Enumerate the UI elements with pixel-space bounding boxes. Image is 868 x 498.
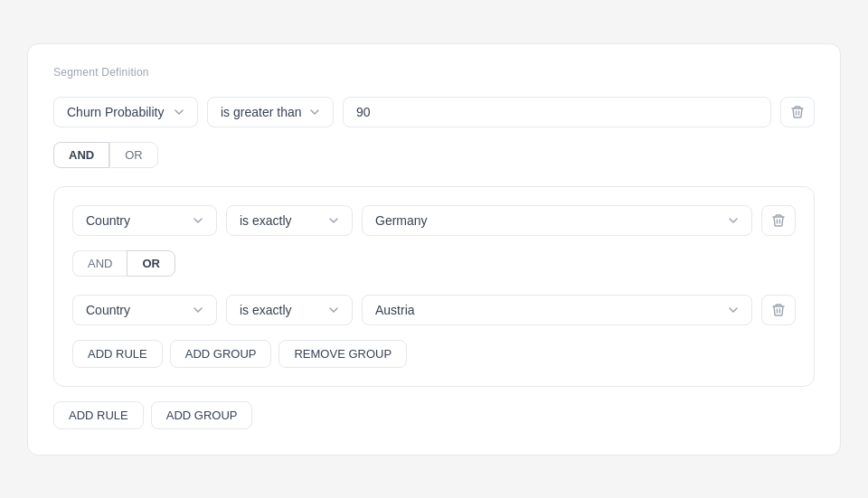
or-button-1[interactable]: OR [109,142,158,168]
trash-icon [771,303,786,317]
group-rule-row-1: Country is exactly Germany [72,205,796,236]
group-operator-label-1: is exactly [240,213,292,228]
trash-icon [771,213,786,228]
chevron-down-icon [728,215,739,226]
group-operator-dropdown-1[interactable]: is exactly [226,205,353,236]
group-field-dropdown-2[interactable]: Country [72,295,217,325]
chevron-down-icon [328,215,339,226]
remove-group-button[interactable]: REMOVE GROUP [278,340,407,368]
and-button-1[interactable]: AND [53,142,109,168]
segment-definition-card: Segment Definition Churn Probability is … [27,43,841,456]
chevron-down-icon [728,305,739,315]
operator-dropdown-1[interactable]: is greater than [207,97,334,127]
group-value-dropdown-1[interactable]: Germany [362,205,752,236]
group-field-label-1: Country [86,213,130,228]
group-add-group-button[interactable]: ADD GROUP [170,340,272,368]
group-and-button[interactable]: AND [72,250,127,277]
group-or-button[interactable]: OR [127,250,175,277]
group-operator-label-2: is exactly [240,303,292,317]
delete-rule-1-button[interactable] [780,97,815,127]
add-group-button[interactable]: ADD GROUP [151,401,253,429]
chevron-down-icon [193,305,203,315]
operator-label-1: is greater than [221,105,302,119]
value-input-1[interactable] [343,97,771,127]
bottom-action-row: ADD RULE ADD GROUP [53,401,815,429]
field-dropdown-1[interactable]: Churn Probability [53,97,198,127]
group-operator-dropdown-2[interactable]: is exactly [226,295,353,325]
rule-row-1: Churn Probability is greater than [53,97,815,127]
group-field-dropdown-1[interactable]: Country [72,205,217,236]
group-value-label-1: Germany [375,213,428,228]
trash-icon [790,105,805,119]
add-rule-button[interactable]: ADD RULE [53,401,144,429]
group-logic-row: AND OR [72,250,796,277]
group-add-rule-button[interactable]: ADD RULE [72,340,163,368]
field-label-1: Churn Probability [67,105,164,119]
section-title: Segment Definition [53,66,815,79]
inner-group-card: Country is exactly Germany [53,186,815,387]
delete-group-rule-1-button[interactable] [761,205,796,236]
chevron-down-icon [309,107,320,117]
group-value-dropdown-2[interactable]: Austria [362,295,752,325]
group-action-row: ADD RULE ADD GROUP REMOVE GROUP [72,340,796,368]
chevron-down-icon [174,107,184,117]
group-rule-row-2: Country is exactly Austria [72,295,796,325]
chevron-down-icon [328,305,339,315]
chevron-down-icon [193,215,203,226]
delete-group-rule-2-button[interactable] [761,295,796,325]
group-field-label-2: Country [86,303,130,317]
group-value-label-2: Austria [375,303,415,317]
logic-row-1: AND OR [53,142,815,168]
